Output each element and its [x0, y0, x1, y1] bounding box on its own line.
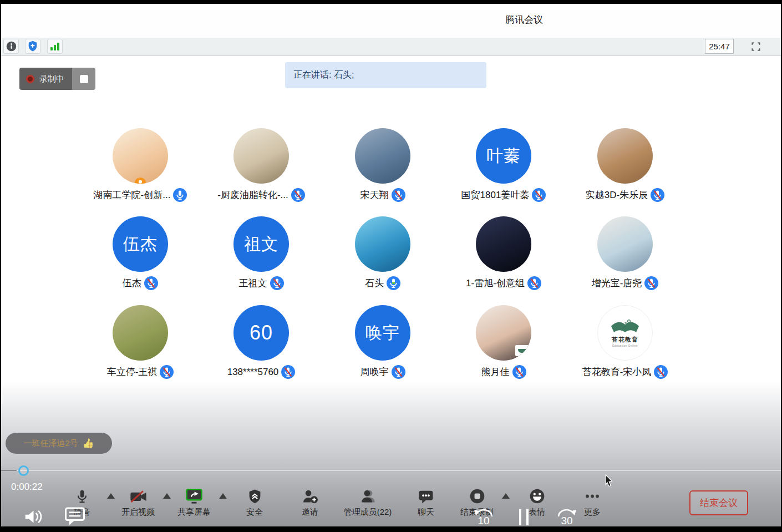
participant-name: 湖南工学院-创新...	[94, 189, 171, 201]
mic-status-icon	[387, 276, 400, 290]
toolbar-label: 表情	[529, 507, 545, 518]
stop-record-icon	[469, 488, 485, 504]
mic-status-icon	[512, 365, 526, 379]
mic-status-icon	[144, 276, 158, 290]
logo-text: 苔花教育	[612, 336, 638, 344]
tencent-meeting-window: 腾讯会议 25:47 录制中 正在讲话: 石头; 湖南工学院-创新...	[0, 0, 782, 532]
pause-button[interactable]	[519, 509, 529, 525]
meeting-timer: 25:47	[705, 39, 734, 54]
host-badge-icon	[135, 178, 146, 184]
player-progress-played	[0, 470, 17, 471]
shield-protect-icon[interactable]	[25, 39, 40, 54]
participant-tile[interactable]: 唤宇 周唤宇	[322, 305, 443, 386]
stop-recording-button[interactable]	[72, 68, 95, 90]
forward-30-button[interactable]: 30	[550, 508, 583, 527]
avatar: 唤宇	[355, 305, 410, 361]
toolbar-label: 安全	[246, 507, 263, 518]
participant-tile[interactable]: 湖南工学院-创新...	[80, 128, 201, 209]
volume-icon[interactable]	[23, 508, 44, 526]
reaction-toast: 一班任泽迪2号 👍	[6, 433, 112, 454]
toolbar-members-button[interactable]: 管理成员(22)	[334, 488, 401, 518]
participant-tile[interactable]: 叶蓁 国贸1801姜叶蓁	[443, 128, 564, 209]
avatar: 伍杰	[113, 216, 168, 272]
participant-tile[interactable]: 苔花教育Education Online 苔花教育-宋小凤	[565, 305, 685, 386]
logo-chip	[515, 345, 530, 356]
toolbar-screen-share-button[interactable]: 共享屏幕	[161, 488, 227, 518]
microphone-icon	[75, 488, 89, 504]
emoji-icon	[529, 488, 545, 504]
rewind-10-label: 10	[478, 515, 489, 527]
mic-status-icon	[173, 188, 187, 202]
toolbar-label: 共享屏幕	[177, 507, 211, 518]
participant-tile[interactable]: -厨废油脂转化-...	[201, 128, 322, 209]
forward-30-label: 30	[561, 515, 572, 527]
participant-tile[interactable]: 60 138****5760	[201, 305, 322, 386]
toolbar-invite-button[interactable]: 邀请	[277, 488, 343, 518]
participant-name: 石头	[365, 277, 384, 290]
mic-status-icon	[392, 365, 405, 379]
mouse-cursor	[603, 474, 616, 493]
toolbar-label: 开启视频	[121, 507, 155, 518]
participant-tile[interactable]: 实越3D-朱乐辰	[565, 128, 685, 209]
participant-tile[interactable]: 祖文 王祖文	[201, 216, 322, 297]
end-meeting-button[interactable]: 结束会议	[689, 490, 748, 515]
mic-status-icon	[532, 188, 546, 202]
toolbar-label: 管理成员(22)	[344, 507, 392, 518]
rewind-10-button[interactable]: 10	[467, 508, 500, 527]
recording-label: 录制中	[39, 74, 64, 84]
members-icon	[359, 488, 376, 504]
player-elapsed-time: 0:00:22	[11, 482, 43, 493]
participant-name: -厨废油脂转化-...	[217, 189, 288, 201]
participant-name: 王祖文	[239, 277, 267, 290]
avatar-initials: 唤宇	[365, 322, 400, 344]
mic-status-icon	[392, 188, 405, 202]
player-scrubber-handle[interactable]	[18, 465, 29, 476]
participant-tile[interactable]: 石头	[322, 216, 443, 297]
status-strip	[1, 38, 781, 56]
participant-name: 宋天翔	[360, 189, 389, 201]
mic-status-icon	[160, 365, 174, 379]
participant-tile[interactable]: 熊月佳	[443, 305, 564, 386]
participant-name: 车立停-王祺	[107, 366, 158, 378]
chat-icon	[418, 488, 434, 504]
avatar	[355, 128, 410, 184]
participant-tile[interactable]: 伍杰 伍杰	[80, 216, 201, 297]
participant-tile[interactable]: 1-雷旭-创意组	[443, 216, 564, 297]
logo-subtext: Education Online	[612, 344, 638, 347]
network-signal-icon[interactable]	[47, 39, 63, 54]
camera-off-icon	[129, 488, 148, 504]
participant-name: 1-雷旭-创意组	[466, 277, 525, 290]
participant-name: 增光宝-唐尧	[592, 277, 642, 290]
avatar-initials: 60	[250, 321, 273, 344]
participant-tile[interactable]: 增光宝-唐尧	[565, 216, 685, 297]
toolbar-label: 聊天	[418, 507, 434, 518]
avatar	[113, 128, 168, 184]
avatar	[476, 216, 531, 272]
recording-indicator: 录制中	[19, 68, 95, 90]
stop-square-icon	[80, 75, 88, 83]
security-shield-icon	[248, 488, 262, 504]
mic-status-icon	[291, 188, 305, 202]
mic-status-icon	[527, 276, 541, 290]
avatar	[113, 305, 168, 361]
participant-name: 国贸1801姜叶蓁	[461, 189, 530, 201]
fullscreen-icon[interactable]	[747, 39, 764, 54]
participant-name: 伍杰	[123, 277, 141, 290]
toolbar-label: 更多	[584, 507, 601, 518]
avatar	[597, 128, 653, 184]
participant-name: 实越3D-朱乐辰	[586, 189, 648, 201]
comments-icon[interactable]	[64, 506, 85, 526]
toolbar-label: 邀请	[302, 507, 318, 518]
avatar-initials: 伍杰	[123, 233, 158, 256]
screen-share-icon	[185, 488, 203, 504]
mic-status-icon	[644, 276, 658, 290]
player-progress-bar[interactable]	[0, 470, 782, 471]
participant-name: 周唤宇	[360, 366, 389, 378]
participant-tile[interactable]: 车立停-王祺	[80, 305, 201, 386]
window-title: 腾讯会议	[449, 13, 599, 26]
info-icon[interactable]	[3, 39, 19, 54]
avatar: 祖文	[233, 216, 289, 272]
participant-name: 熊月佳	[481, 366, 510, 378]
avatar	[597, 216, 653, 272]
participant-tile[interactable]: 宋天翔	[322, 128, 443, 209]
